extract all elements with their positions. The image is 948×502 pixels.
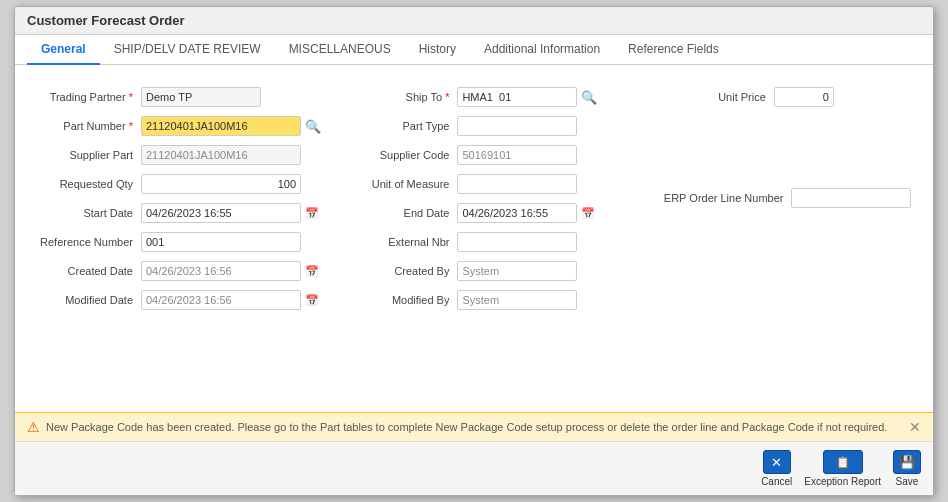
modified-by-input[interactable] [457,290,577,310]
created-date-label: Created Date [31,265,141,277]
start-date-label: Start Date [31,207,141,219]
unit-of-measure-value [457,174,663,194]
part-number-label: Part Number [31,120,141,132]
modified-date-value: 📅 [141,290,347,310]
tab-reference[interactable]: Reference Fields [614,35,733,65]
erp-order-label: ERP Order Line Number [664,192,792,204]
cancel-button[interactable]: ✕ Cancel [761,450,792,487]
erp-order-input[interactable] [791,188,911,208]
notification-close-button[interactable]: ✕ [909,419,921,435]
unit-of-measure-label: Unit of Measure [347,178,457,190]
trading-partner-label: Trading Partner [31,91,141,103]
unit-price-value [774,87,917,107]
middle-column: Ship To 🔍 Part Type Supplier Code [347,85,663,312]
part-type-value [457,116,663,136]
end-date-label: End Date [347,207,457,219]
supplier-part-label: Supplier Part [31,149,141,161]
modified-date-calendar-icon[interactable]: 📅 [305,294,319,307]
footer: ✕ Cancel 📋 Exception Report 💾 Save [15,441,933,495]
window-title: Customer Forecast Order [15,7,933,35]
start-date-row: Start Date 📅 [31,201,347,225]
save-icon: 💾 [893,450,921,474]
modified-date-row: Modified Date 📅 [31,288,347,312]
exception-icon: 📋 [823,450,863,474]
modified-by-value [457,290,663,310]
supplier-part-input[interactable] [141,145,301,165]
external-nbr-label: External Nbr [347,236,457,248]
erp-order-value [791,188,917,208]
save-label: Save [896,476,919,487]
tab-bar: General SHIP/DELV DATE REVIEW MISCELLANE… [15,35,933,65]
part-type-input[interactable] [457,116,577,136]
start-date-input[interactable] [141,203,301,223]
tab-additional[interactable]: Additional Information [470,35,614,65]
start-date-calendar-icon[interactable]: 📅 [305,207,319,220]
save-button[interactable]: 💾 Save [893,450,921,487]
warning-icon: ⚠ [27,419,40,435]
main-window: Customer Forecast Order General SHIP/DEL… [14,6,934,496]
exception-report-button[interactable]: 📋 Exception Report [804,450,881,487]
ship-to-value: 🔍 [457,87,663,107]
part-number-input[interactable] [141,116,301,136]
reference-number-input[interactable] [141,232,301,252]
notification-message: New Package Code has been created. Pleas… [46,421,887,433]
ship-to-input[interactable] [457,87,577,107]
supplier-part-row: Supplier Part [31,143,347,167]
unit-of-measure-input[interactable] [457,174,577,194]
end-date-input[interactable] [457,203,577,223]
empty-area [31,320,917,400]
external-nbr-input[interactable] [457,232,577,252]
trading-partner-input[interactable] [141,87,261,107]
created-by-label: Created By [347,265,457,277]
end-date-calendar-icon[interactable]: 📅 [581,207,595,220]
tab-ship-delv[interactable]: SHIP/DELV DATE REVIEW [100,35,275,65]
end-date-row: End Date 📅 [347,201,663,225]
cancel-label: Cancel [761,476,792,487]
created-by-input[interactable] [457,261,577,281]
modified-by-label: Modified By [347,294,457,306]
part-type-label: Part Type [347,120,457,132]
form-area: Trading Partner Part Number 🔍 Supplier P… [15,65,933,412]
ship-to-label: Ship To [347,91,457,103]
supplier-code-input[interactable] [457,145,577,165]
unit-price-row: Unit Price [664,85,917,109]
erp-order-row: ERP Order Line Number [664,186,917,210]
part-number-search-icon[interactable]: 🔍 [305,119,321,134]
part-type-row: Part Type [347,114,663,138]
external-nbr-row: External Nbr [347,230,663,254]
modified-date-label: Modified Date [31,294,141,306]
right-column: Unit Price ERP Order Line Number [664,85,917,312]
modified-date-input[interactable] [141,290,301,310]
left-column: Trading Partner Part Number 🔍 Supplier P… [31,85,347,312]
supplier-code-row: Supplier Code [347,143,663,167]
tab-misc[interactable]: MISCELLANEOUS [275,35,405,65]
created-by-row: Created By [347,259,663,283]
modified-by-row: Modified By [347,288,663,312]
supplier-code-value [457,145,663,165]
unit-of-measure-row: Unit of Measure [347,172,663,196]
created-date-calendar-icon[interactable]: 📅 [305,265,319,278]
reference-number-label: Reference Number [31,236,141,248]
created-by-value [457,261,663,281]
requested-qty-input[interactable] [141,174,301,194]
trading-partner-row: Trading Partner [31,85,347,109]
external-nbr-value [457,232,663,252]
tab-history[interactable]: History [405,35,470,65]
created-date-input[interactable] [141,261,301,281]
unit-price-input[interactable] [774,87,834,107]
exception-report-label: Exception Report [804,476,881,487]
created-date-row: Created Date 📅 [31,259,347,283]
part-number-row: Part Number 🔍 [31,114,347,138]
notification-bar: ⚠ New Package Code has been created. Ple… [15,412,933,441]
ship-to-search-icon[interactable]: 🔍 [581,90,597,105]
end-date-value: 📅 [457,203,663,223]
supplier-part-value [141,145,347,165]
reference-number-value [141,232,347,252]
requested-qty-row: Requested Qty [31,172,347,196]
part-number-value: 🔍 [141,116,347,136]
tab-general[interactable]: General [27,35,100,65]
trading-partner-value [141,87,347,107]
ship-to-row: Ship To 🔍 [347,85,663,109]
supplier-code-label: Supplier Code [347,149,457,161]
unit-price-label: Unit Price [664,91,774,103]
